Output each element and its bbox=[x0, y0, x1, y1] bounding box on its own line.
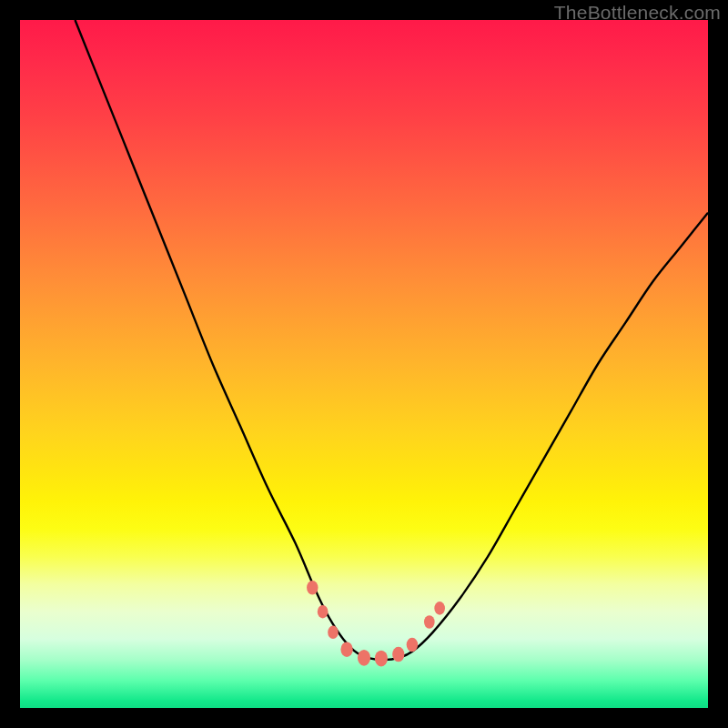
curve-marker bbox=[358, 650, 370, 666]
curve-marker bbox=[318, 605, 329, 619]
bottleneck-curve bbox=[75, 20, 708, 660]
curve-marker bbox=[407, 638, 418, 652]
curve-markers bbox=[307, 581, 445, 667]
curve-marker bbox=[392, 647, 404, 662]
curve-marker bbox=[434, 602, 445, 615]
chart-svg bbox=[20, 20, 708, 708]
curve-marker bbox=[328, 626, 339, 640]
curve-marker bbox=[307, 581, 318, 595]
curve-marker bbox=[424, 615, 435, 629]
watermark-text: TheBottleneck.com bbox=[554, 2, 721, 24]
curve-marker bbox=[340, 642, 352, 657]
chart-plot-area bbox=[20, 20, 708, 708]
curve-marker bbox=[375, 651, 388, 667]
chart-frame: TheBottleneck.com bbox=[0, 0, 728, 728]
